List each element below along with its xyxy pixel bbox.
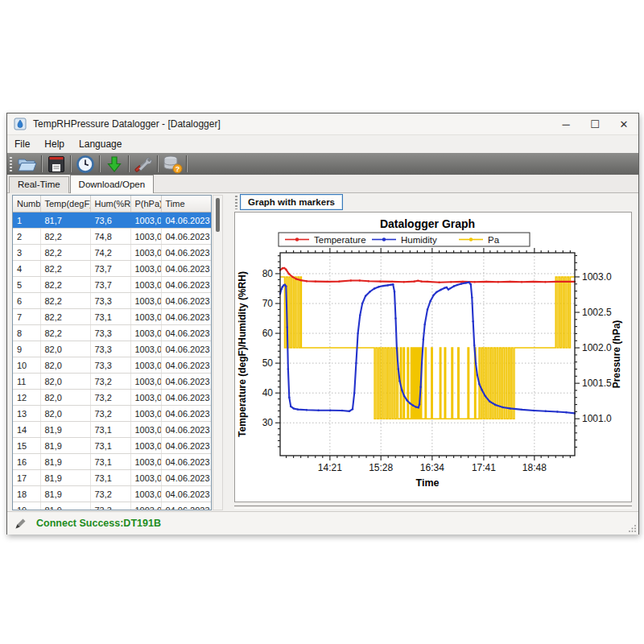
close-button[interactable]: ✕ — [609, 114, 638, 134]
table-row[interactable]: 1282,073,21003,004.06.2023 13... — [13, 390, 211, 406]
table-row[interactable]: 482,273,71003,004.06.2023 13... — [13, 261, 211, 277]
open-folder-icon — [17, 155, 38, 173]
table-cell: 8 — [13, 325, 40, 341]
table-row[interactable]: 382,274,21003,004.06.2023 13... — [13, 245, 211, 261]
data-table[interactable]: NumberTemp(degF)Hum(%RH)P(hPa)Time181,77… — [12, 195, 212, 510]
table-row[interactable]: 1881,973,21003,004.06.2023 13... — [13, 486, 211, 502]
table-row[interactable]: 582,273,71003,004.06.2023 13... — [13, 277, 211, 293]
column-header-hum-rh-[interactable]: Hum(%RH) — [90, 196, 130, 213]
table-cell: 81,9 — [40, 422, 90, 438]
table-cell: 81,9 — [40, 486, 90, 502]
table-row[interactable]: 1681,973,11003,004.06.2023 13... — [13, 454, 211, 470]
table-cell: 04.06.2023 13... — [161, 357, 211, 374]
table-cell: 82,2 — [40, 325, 90, 341]
table-cell: 4 — [13, 261, 40, 277]
menu-item-file[interactable]: File — [7, 136, 37, 152]
table-cell: 1003,0 — [130, 422, 161, 438]
table-cell: 73,2 — [90, 486, 130, 502]
maximize-button[interactable]: ☐ — [580, 114, 609, 134]
table-cell: 73,7 — [90, 277, 130, 293]
settings-tools-button[interactable] — [131, 154, 155, 174]
table-cell: 1003,0 — [130, 309, 161, 325]
content-area: NumberTemp(degF)Hum(%RH)P(hPa)Time181,77… — [7, 193, 638, 511]
table-cell: 73,3 — [90, 341, 130, 357]
table-cell: 04.06.2023 13... — [161, 390, 211, 406]
device-info-button[interactable]: ? — [160, 154, 184, 174]
menu-item-language[interactable]: Language — [72, 136, 129, 152]
tab-real-time[interactable]: Real-Time — [9, 176, 69, 193]
title-bar[interactable]: TempRHPressure Datalogger - [Datalogger]… — [7, 114, 638, 135]
table-cell: 82,0 — [40, 374, 90, 390]
column-header-number[interactable]: Number — [13, 196, 40, 213]
chart-title: Datalogger Graph — [380, 217, 475, 230]
minimize-button[interactable]: ─ — [551, 114, 580, 134]
database-help-icon: ? — [162, 155, 183, 174]
x-tick-label: 18:48 — [522, 462, 547, 473]
table-row[interactable]: 1581,973,11003,004.06.2023 13... — [13, 438, 211, 454]
window-title: TempRHPressure Datalogger - [Datalogger] — [33, 118, 221, 130]
table-row[interactable]: 1182,073,21003,004.06.2023 13... — [13, 374, 211, 390]
table-row[interactable]: 982,073,31003,004.06.2023 13... — [13, 341, 211, 357]
table-cell: 1003,0 — [130, 486, 161, 502]
table-row[interactable]: 682,273,31003,004.06.2023 13... — [13, 293, 211, 309]
table-cell: 11 — [13, 374, 40, 390]
table-cell: 04.06.2023 13... — [161, 309, 211, 325]
table-scrollbar-thumb[interactable] — [216, 198, 220, 232]
series-temperature — [280, 268, 575, 283]
table-row[interactable]: 882,273,31003,004.06.2023 13... — [13, 325, 211, 341]
table-cell: 74,2 — [90, 245, 130, 261]
table-cell: 1003,0 — [130, 261, 161, 277]
table-cell: 73,1 — [90, 438, 130, 454]
status-bar: Connect Success:DT191B — [7, 511, 638, 535]
table-row[interactable]: 782,273,11003,004.06.2023 13... — [13, 309, 211, 325]
y-right-axis-label: Pressure (hPa) — [611, 320, 622, 389]
table-row[interactable]: 1781,973,11003,004.06.2023 13... — [13, 470, 211, 486]
table-cell: 81,9 — [40, 470, 90, 486]
toolbar-separator — [41, 155, 43, 172]
x-tick-label: 15:28 — [369, 462, 393, 473]
table-cell: 1003,0 — [130, 245, 161, 261]
table-cell: 10 — [13, 357, 40, 374]
menu-item-help[interactable]: Help — [37, 136, 72, 152]
table-cell: 82,2 — [40, 309, 90, 325]
clock-button[interactable] — [73, 154, 97, 174]
table-cell: 82,0 — [40, 357, 90, 374]
table-cell: 82,0 — [40, 406, 90, 422]
table-cell: 81,9 — [40, 438, 90, 454]
table-row[interactable]: 1981,973,31003,004.06.2023 13... — [13, 502, 211, 511]
tab-download-open[interactable]: Download/Open — [70, 175, 154, 193]
table-cell: 04.06.2023 13... — [161, 486, 211, 502]
table-cell: 7 — [13, 309, 40, 325]
column-header-temp-degf-[interactable]: Temp(degF) — [40, 196, 90, 213]
column-header-p-hpa-[interactable]: P(hPa) — [130, 196, 161, 213]
open-file-button[interactable] — [15, 154, 39, 174]
table-cell: 04.06.2023 13... — [161, 502, 211, 511]
save-button[interactable] — [44, 154, 68, 174]
table-cell: 1003,0 — [130, 213, 161, 229]
table-cell: 1003,0 — [130, 374, 161, 390]
resize-grip[interactable] — [628, 524, 637, 533]
legend-label: Humidity — [401, 235, 437, 245]
column-header-time[interactable]: Time — [161, 196, 211, 213]
table-cell: 81,9 — [40, 454, 90, 470]
table-cell: 82,2 — [40, 277, 90, 293]
y-left-tick-label: 70 — [262, 298, 274, 309]
toolbar-gripper[interactable] — [10, 157, 12, 171]
table-cell: 17 — [13, 470, 40, 486]
table-cell: 1003,0 — [130, 454, 161, 470]
table-cell: 82,2 — [40, 261, 90, 277]
pen-connector-icon — [14, 518, 27, 530]
table-row[interactable]: 1382,073,21003,004.06.2023 13... — [13, 406, 211, 422]
table-row[interactable]: 181,773,61003,004.06.2023 13... — [13, 213, 211, 229]
table-cell: 04.06.2023 13... — [161, 406, 211, 422]
table-row[interactable]: 1082,073,31003,004.06.2023 13... — [13, 357, 211, 374]
table-cell: 1003,0 — [130, 438, 161, 454]
table-row[interactable]: 1481,973,11003,004.06.2023 13... — [13, 422, 211, 438]
panel-groove — [234, 506, 632, 509]
table-row[interactable]: 282,274,81003,004.06.2023 13... — [13, 229, 211, 245]
graph-button-gripper — [235, 196, 237, 209]
graph-with-markers-button[interactable]: Graph with markers — [240, 194, 343, 210]
table-cell: 6 — [13, 293, 40, 309]
download-button[interactable] — [102, 154, 126, 174]
table-scrollbar[interactable] — [213, 195, 223, 510]
